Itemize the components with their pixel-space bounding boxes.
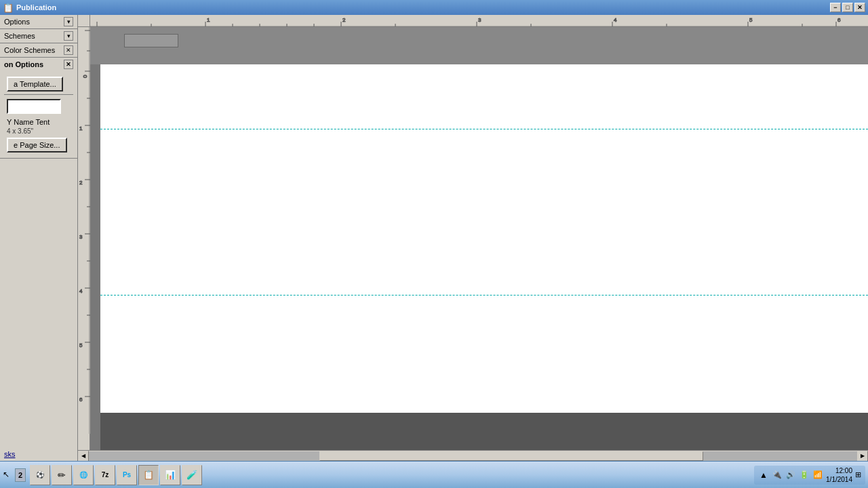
tray-network[interactable]: 🔌: [772, 470, 783, 481]
tray-arrow[interactable]: ▲: [758, 470, 769, 481]
pub-options-header: on Options ✕: [0, 58, 77, 71]
pub-options-title: on Options: [4, 60, 43, 68]
taskbar-icon-ball[interactable]: ⚽: [30, 465, 50, 485]
page-number: 2: [15, 468, 26, 482]
schemes-section: Schemes ▾: [0, 29, 77, 43]
ruler-top: Ruler ticks generated by loop below 1: [78, 15, 868, 27]
scroll-track-h[interactable]: [89, 451, 857, 461]
options-label: Options: [4, 18, 30, 26]
svg-text:6: 6: [837, 17, 841, 23]
title-bar: 📋 Publication − □ ✕: [0, 0, 868, 15]
guide-line-1: [100, 129, 868, 129]
maximize-button[interactable]: □: [842, 3, 853, 12]
ruler-v-svg: 0 1 2 3 4: [78, 27, 90, 434]
system-tray: ▲ 🔌 🔊 🔋 📶 12:00 1/1/2014 ⊞: [754, 466, 865, 485]
ball-icon: ⚽: [36, 471, 44, 479]
horizontal-ruler: Ruler ticks generated by loop below 1: [90, 15, 868, 27]
app-window: 📋 Publication − □ ✕ Options ▾ Schemes: [0, 0, 868, 488]
svg-text:4: 4: [614, 17, 617, 23]
pen-icon: ✏: [58, 470, 66, 481]
svg-text:5: 5: [79, 342, 83, 348]
template-button[interactable]: a Template...: [7, 77, 63, 92]
time-display: 12:00: [826, 466, 852, 475]
taskbar-icon-flask[interactable]: 🧪: [182, 465, 202, 485]
left-panel: Options ▾ Schemes ▾ Color Schemes ✕: [0, 15, 78, 461]
pub-name-display: Y Name Tent: [7, 118, 71, 126]
taskbar-icon-photoshop[interactable]: Ps: [117, 465, 137, 485]
schemes-label: Schemes: [4, 32, 35, 40]
schemes-header[interactable]: Schemes ▾: [0, 29, 77, 43]
tasks-link[interactable]: sks: [0, 447, 77, 461]
color-schemes-header[interactable]: Color Schemes ✕: [0, 43, 77, 57]
options-section: Options ▾: [0, 15, 77, 29]
divider-1: [4, 94, 73, 95]
scroll-left-btn[interactable]: ◀: [78, 451, 89, 462]
taskbar-icon-chrome[interactable]: 🌐: [73, 465, 94, 485]
pub-size-display: 4 x 3.65": [7, 127, 71, 135]
chrome-icon: 🌐: [79, 471, 87, 479]
tray-resize-icon: ⊞: [855, 470, 861, 479]
cursor-icon: ↖: [3, 470, 14, 481]
scroll-right-btn[interactable]: ▶: [857, 451, 868, 462]
top-gray-bar: [90, 27, 868, 64]
tray-wifi[interactable]: 📶: [812, 470, 823, 481]
taskbar-icon-pen[interactable]: ✏: [52, 465, 72, 485]
canvas-area: Ruler ticks generated by loop below 1: [78, 15, 868, 461]
color-schemes-section: Color Schemes ✕: [0, 43, 77, 58]
svg-text:6: 6: [79, 396, 83, 403]
app-icon: 📋: [3, 3, 14, 13]
taskbar-icon-calc[interactable]: 📊: [160, 465, 180, 485]
name-input-container: [4, 98, 73, 115]
options-header[interactable]: Options ▾: [0, 15, 77, 28]
svg-rect-27: [78, 27, 90, 434]
taskbar-icon-7zip[interactable]: 7z: [95, 465, 115, 485]
scroll-thumb-h[interactable]: [319, 451, 704, 461]
pub-options-section: on Options ✕ a Template... Y Name Tent 4…: [0, 58, 77, 159]
toolbar-element: [124, 34, 178, 47]
pub-options-content: a Template... Y Name Tent 4 x 3.65" e Pa…: [0, 71, 77, 158]
tray-volume[interactable]: 🔊: [785, 470, 796, 481]
page-size-button[interactable]: e Page Size...: [7, 138, 67, 152]
title-bar-left: 📋 Publication: [3, 3, 56, 13]
calc-icon: 📊: [165, 470, 176, 480]
ruler-marks: 1 2 3 4 5: [90, 15, 868, 27]
guide-line-2: [100, 295, 868, 296]
minimize-button[interactable]: −: [830, 3, 841, 12]
svg-text:4: 4: [79, 288, 83, 294]
options-collapse-btn[interactable]: ▾: [64, 17, 73, 26]
title-bar-controls: − □ ✕: [830, 3, 865, 12]
publisher-icon: 📋: [143, 470, 154, 480]
cursor-indicator: ↖ 2: [3, 468, 26, 482]
pub-name-input[interactable]: [7, 99, 61, 114]
flask-icon: 🧪: [186, 470, 197, 480]
taskbar: ↖ 2 ⚽ ✏ 🌐 7z Ps 📋 📊 🧪 ▲: [0, 461, 868, 488]
close-button[interactable]: ✕: [854, 3, 865, 12]
7zip-icon: 7z: [102, 471, 109, 479]
vertical-ruler: 0 1 2 3 4: [78, 27, 90, 450]
color-schemes-label: Color Schemes: [4, 46, 55, 54]
window-title: Publication: [16, 3, 56, 12]
ruler-corner: [78, 15, 90, 27]
panel-spacer: [0, 159, 77, 447]
svg-text:1: 1: [79, 125, 83, 131]
pub-options-close-btn[interactable]: ✕: [64, 60, 73, 69]
svg-text:2: 2: [342, 17, 346, 23]
svg-text:3: 3: [478, 17, 481, 23]
h-scrollbar[interactable]: ◀ ▶: [78, 450, 868, 461]
svg-text:1: 1: [207, 17, 210, 23]
clock: 12:00 1/1/2014: [826, 466, 852, 484]
schemes-collapse-btn[interactable]: ▾: [64, 31, 73, 41]
main-area: Options ▾ Schemes ▾ Color Schemes ✕: [0, 15, 868, 461]
bottom-dark-bar: [100, 413, 868, 450]
color-schemes-collapse-btn[interactable]: ✕: [64, 45, 73, 55]
tray-battery[interactable]: 🔋: [799, 470, 810, 481]
date-display: 1/1/2014: [826, 475, 852, 484]
canvas-content[interactable]: [90, 27, 868, 450]
page-area: [100, 64, 868, 413]
svg-text:5: 5: [749, 17, 753, 23]
svg-text:2: 2: [79, 180, 83, 186]
svg-text:3: 3: [79, 234, 83, 240]
ps-icon: Ps: [123, 471, 131, 479]
svg-text:0: 0: [82, 75, 88, 78]
taskbar-icon-publisher[interactable]: 📋: [138, 465, 159, 485]
